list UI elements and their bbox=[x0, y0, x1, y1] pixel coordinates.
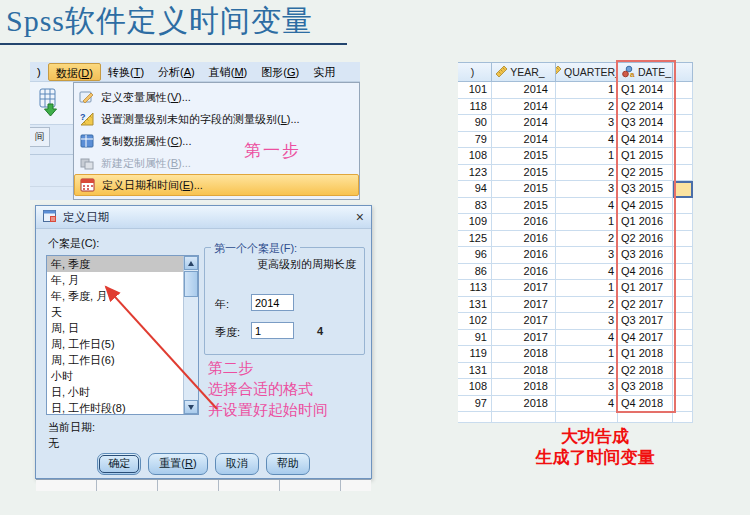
ok-button[interactable]: 确定 bbox=[97, 453, 141, 475]
table-cell[interactable]: Q3 2018 bbox=[618, 379, 673, 396]
column-header-DATE_[interactable]: aDATE_ bbox=[618, 62, 673, 82]
table-cell[interactable]: 102 bbox=[458, 313, 492, 330]
menu-item[interactable]: 定义变量属性(V)... bbox=[74, 86, 359, 108]
menubar-item[interactable]: ) bbox=[30, 63, 48, 81]
table-cell[interactable]: 2 bbox=[556, 363, 618, 380]
table-cell[interactable]: 125 bbox=[458, 231, 492, 248]
listbox-item[interactable]: 周, 工作日(5) bbox=[47, 336, 198, 352]
table-cell[interactable] bbox=[673, 379, 693, 396]
listbox-item[interactable]: 年, 季度, 月 bbox=[47, 288, 198, 304]
table-cell[interactable]: 4 bbox=[556, 330, 618, 347]
table-cell[interactable]: 4 bbox=[556, 198, 618, 215]
table-cell[interactable]: 90 bbox=[458, 115, 492, 132]
table-cell[interactable]: 113 bbox=[458, 280, 492, 297]
table-cell[interactable]: Q1 2016 bbox=[618, 214, 673, 231]
menubar-item[interactable]: 直销(M) bbox=[202, 63, 255, 81]
table-cell[interactable] bbox=[673, 132, 693, 149]
table-cell[interactable] bbox=[673, 396, 693, 413]
table-cell[interactable]: 2015 bbox=[492, 165, 556, 182]
table-cell[interactable] bbox=[673, 363, 693, 380]
table-cell[interactable]: 118 bbox=[458, 99, 492, 116]
table-cell[interactable]: 2 bbox=[556, 297, 618, 314]
table-cell[interactable]: 3 bbox=[556, 181, 618, 198]
table-cell[interactable] bbox=[673, 297, 693, 314]
table-cell[interactable]: 91 bbox=[458, 330, 492, 347]
table-cell[interactable]: 2015 bbox=[492, 198, 556, 215]
table-cell[interactable]: 2018 bbox=[492, 363, 556, 380]
table-cell[interactable]: 2016 bbox=[492, 247, 556, 264]
table-cell[interactable] bbox=[673, 115, 693, 132]
menubar-item[interactable]: 图形(G) bbox=[254, 63, 306, 81]
table-cell[interactable]: Q2 2017 bbox=[618, 297, 673, 314]
table-cell[interactable] bbox=[458, 412, 492, 423]
listbox-item[interactable]: 年, 月 bbox=[47, 272, 198, 288]
quarter-input[interactable] bbox=[251, 322, 294, 339]
table-cell[interactable]: Q1 2017 bbox=[618, 280, 673, 297]
table-cell[interactable]: 94 bbox=[458, 181, 492, 198]
table-cell[interactable]: 1 bbox=[556, 214, 618, 231]
menu-item[interactable]: 定义日期和时间(E)... bbox=[74, 174, 359, 196]
table-cell[interactable]: 2 bbox=[556, 165, 618, 182]
table-cell[interactable]: 2017 bbox=[492, 280, 556, 297]
menu-item[interactable]: ?设置测量级别未知的字段的测量级别(L)... bbox=[74, 108, 359, 130]
table-cell[interactable]: Q2 2015 bbox=[618, 165, 673, 182]
menu-item[interactable]: 新建定制属性(B)... bbox=[74, 152, 359, 174]
menubar-item[interactable]: 数据(D) bbox=[48, 63, 101, 81]
menubar-item[interactable]: 转换(T) bbox=[101, 63, 151, 81]
table-cell[interactable] bbox=[673, 247, 693, 264]
listbox-scrollbar[interactable] bbox=[183, 256, 198, 414]
listbox-item[interactable]: 年, 季度 bbox=[47, 256, 198, 272]
table-cell[interactable]: 96 bbox=[458, 247, 492, 264]
table-cell[interactable]: Q3 2017 bbox=[618, 313, 673, 330]
table-cell[interactable] bbox=[673, 330, 693, 347]
table-cell[interactable]: Q3 2016 bbox=[618, 247, 673, 264]
table-cell[interactable]: 2018 bbox=[492, 379, 556, 396]
table-cell[interactable]: 4 bbox=[556, 396, 618, 413]
table-cell[interactable] bbox=[673, 165, 693, 182]
year-input[interactable] bbox=[251, 294, 294, 311]
listbox-item[interactable]: 日, 工作时段(8) bbox=[47, 400, 198, 416]
table-cell[interactable] bbox=[673, 181, 693, 198]
table-cell[interactable]: 2014 bbox=[492, 115, 556, 132]
table-cell[interactable]: Q1 2015 bbox=[618, 148, 673, 165]
scroll-down-icon[interactable] bbox=[184, 400, 198, 414]
table-cell[interactable]: 3 bbox=[556, 115, 618, 132]
table-cell[interactable] bbox=[673, 346, 693, 363]
table-cell[interactable]: 2015 bbox=[492, 148, 556, 165]
table-cell[interactable]: 2016 bbox=[492, 214, 556, 231]
table-cell[interactable]: 109 bbox=[458, 214, 492, 231]
listbox-item[interactable]: 周, 工作日(6) bbox=[47, 352, 198, 368]
table-cell[interactable]: 2014 bbox=[492, 82, 556, 99]
table-cell[interactable]: 3 bbox=[556, 247, 618, 264]
menubar-item[interactable]: 实用 bbox=[306, 63, 342, 81]
table-cell[interactable]: 2018 bbox=[492, 346, 556, 363]
scroll-up-icon[interactable] bbox=[184, 256, 198, 270]
table-cell[interactable] bbox=[673, 264, 693, 281]
table-cell[interactable]: 108 bbox=[458, 379, 492, 396]
table-cell[interactable]: Q1 2014 bbox=[618, 82, 673, 99]
table-cell[interactable]: Q3 2014 bbox=[618, 115, 673, 132]
table-cell[interactable]: 2 bbox=[556, 99, 618, 116]
table-cell[interactable] bbox=[673, 148, 693, 165]
table-cell[interactable]: Q4 2014 bbox=[618, 132, 673, 149]
table-cell[interactable]: 86 bbox=[458, 264, 492, 281]
table-cell[interactable]: 2015 bbox=[492, 181, 556, 198]
table-cell[interactable]: Q4 2018 bbox=[618, 396, 673, 413]
table-cell[interactable]: 2018 bbox=[492, 396, 556, 413]
table-cell[interactable]: 131 bbox=[458, 297, 492, 314]
table-cell[interactable] bbox=[673, 82, 693, 99]
table-cell[interactable]: Q4 2016 bbox=[618, 264, 673, 281]
table-cell[interactable] bbox=[673, 313, 693, 330]
table-cell[interactable]: 1 bbox=[556, 148, 618, 165]
table-cell[interactable]: 2016 bbox=[492, 264, 556, 281]
column-header-)[interactable]: ) bbox=[458, 62, 492, 82]
table-cell[interactable]: 119 bbox=[458, 346, 492, 363]
listbox-item[interactable]: 周, 日 bbox=[47, 320, 198, 336]
column-header-QUARTER_[interactable]: QUARTER_ bbox=[556, 62, 618, 82]
cancel-button[interactable]: 取消 bbox=[215, 453, 259, 475]
table-cell[interactable] bbox=[673, 231, 693, 248]
dialog-titlebar[interactable]: 定义日期 × bbox=[36, 206, 371, 229]
table-cell[interactable]: 108 bbox=[458, 148, 492, 165]
table-cell[interactable]: Q2 2014 bbox=[618, 99, 673, 116]
table-cell[interactable]: 2017 bbox=[492, 330, 556, 347]
